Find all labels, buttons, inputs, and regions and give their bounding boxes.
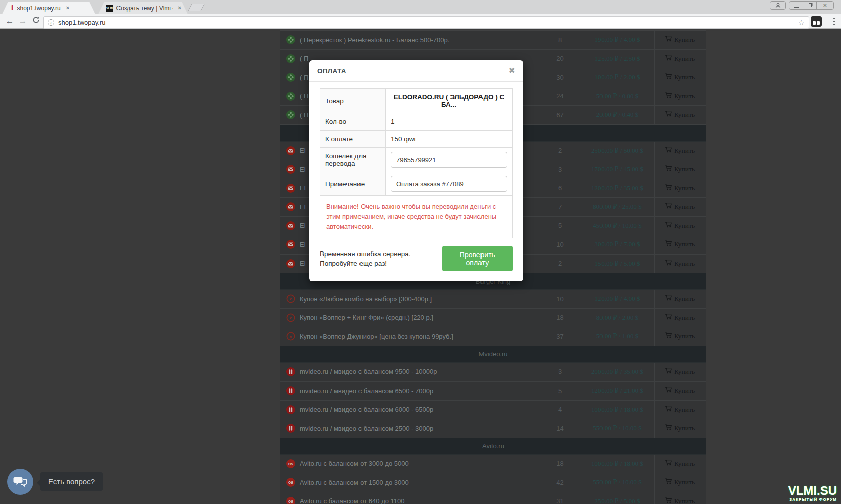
tab-close-icon[interactable]: ✕ — [177, 5, 183, 12]
product-quantity: 3 — [540, 160, 580, 179]
buy-button[interactable]: Купить — [655, 309, 705, 327]
cart-icon — [665, 147, 672, 155]
address-bar[interactable]: i shop1.twopay.ru ☆ — [43, 16, 809, 29]
tab-strip: 1 shop1.twopay.ru ✕ VLMI Создать тему | … — [0, 0, 841, 14]
product-quantity: 2 — [540, 255, 580, 273]
eldorado-favicon-icon — [286, 184, 295, 193]
buy-button[interactable]: Купить — [655, 106, 705, 124]
field-label: Примечание — [320, 172, 386, 196]
cart-icon — [665, 314, 672, 322]
buy-button[interactable]: Купить — [655, 473, 705, 492]
product-price: 2500.00 ₽ / 50.00 $ — [580, 142, 655, 160]
svg-text:os: os — [288, 480, 293, 485]
product-price: 1700.00 ₽ / 45.00 $ — [580, 160, 655, 179]
buy-button[interactable]: Купить — [655, 217, 705, 235]
buy-button[interactable]: Купить — [655, 142, 705, 160]
avito-favicon-icon: os — [286, 459, 295, 468]
field-row-product: Товар ELDORADO.RU ( ЭЛЬДОРАДО ) С БА... — [320, 89, 513, 113]
buy-button[interactable]: Купить — [655, 363, 705, 382]
browser-chrome: 1 shop1.twopay.ru ✕ VLMI Создать тему | … — [0, 0, 841, 29]
product-price: 1200.00 ₽ / 21.00 $ — [580, 382, 655, 400]
product-name: mvideo.ru / мвидео с балансом 9500 - 100… — [280, 363, 540, 382]
product-price: 100.00 ₽ / 2.00 $ — [580, 68, 655, 87]
tab-vlmi[interactable]: VLMI Создать тему | Vlmi - За ✕ — [98, 2, 188, 14]
product-name-value: ELDORADO.RU ( ЭЛЬДОРАДО ) С БА... — [386, 89, 513, 113]
cart-icon — [665, 36, 672, 44]
buy-button[interactable]: Купить — [655, 419, 705, 438]
buy-button[interactable]: Купить — [655, 290, 705, 308]
buy-button[interactable]: Купить — [655, 382, 705, 400]
check-payment-button[interactable]: Проверить оплату — [442, 246, 513, 271]
product-row: mvideo.ru / мвидео с балансом 9500 - 100… — [280, 363, 706, 382]
browser-menu-icon[interactable] — [833, 18, 835, 25]
buy-button[interactable]: Купить — [655, 327, 705, 346]
buy-button[interactable]: Купить — [655, 50, 705, 68]
product-quantity: 6 — [540, 179, 580, 198]
product-quantity: 2 — [540, 142, 580, 160]
tab-close-icon[interactable]: ✕ — [65, 5, 71, 12]
vlmi-watermark: VLMI.SU ЗАКРЫТЫЙ ФОРУМ — [788, 485, 837, 502]
chat-widget-button[interactable] — [7, 469, 33, 495]
product-quantity: 18 — [540, 309, 580, 327]
product-price: 190.00 ₽ / 4.00 $ — [580, 31, 655, 49]
minimize-button[interactable] — [789, 2, 803, 9]
tab-shop[interactable]: 1 shop1.twopay.ru ✕ — [2, 2, 95, 14]
url-text[interactable]: shop1.twopay.ru — [58, 19, 798, 26]
close-button[interactable]: ✕ — [816, 2, 833, 9]
field-label: Кошелек для перевода — [320, 148, 386, 172]
product-name: eКупон «Любое комбо на выбор» [300-400р.… — [280, 290, 540, 308]
section-header: Avito.ru — [280, 438, 706, 455]
cart-icon — [665, 184, 672, 192]
product-row: osAvito.ru с балансом от 640 до 11003125… — [280, 492, 706, 504]
product-name: ( Перекрёсток ) Perekrestok.ru - Баланс … — [280, 31, 540, 49]
field-row-note: Примечание — [320, 172, 513, 196]
field-row-quantity: Кол-во 1 — [320, 113, 513, 131]
profile-icon[interactable] — [770, 1, 786, 10]
bookmark-star-icon[interactable]: ☆ — [798, 18, 805, 27]
buy-button[interactable]: Купить — [655, 401, 705, 419]
buy-button[interactable]: Купить — [655, 255, 705, 273]
product-quantity: 10 — [540, 290, 580, 308]
product-row: mvideo.ru / мвидео с балансом 6000 - 650… — [280, 401, 706, 420]
cart-icon — [665, 295, 672, 303]
mvideo-favicon-icon — [286, 405, 295, 414]
buy-button[interactable]: Купить — [655, 235, 705, 254]
product-quantity: 31 — [540, 492, 580, 504]
chat-tooltip[interactable]: Есть вопрос? — [40, 472, 103, 491]
forward-icon[interactable]: → — [16, 16, 29, 26]
buy-button[interactable]: Купить — [655, 455, 705, 473]
product-row: ( Перекрёсток ) Perekrestok.ru - Баланс … — [280, 31, 706, 50]
product-row: mvideo.ru / мвидео с балансом 6500 - 700… — [280, 382, 706, 401]
burgerking-favicon-icon: e — [286, 332, 295, 341]
new-tab-button[interactable] — [188, 4, 205, 11]
restore-button[interactable] — [803, 2, 816, 9]
note-input[interactable] — [391, 176, 507, 192]
buy-button[interactable]: Купить — [655, 160, 705, 179]
eldorado-favicon-icon — [286, 259, 295, 268]
svg-text:e: e — [290, 297, 292, 302]
buy-button[interactable]: Купить — [655, 31, 705, 49]
product-price: 300.00 ₽ / 7.00 $ — [580, 235, 655, 254]
product-price: 50.00 ₽ / 0.80 $ — [580, 87, 655, 106]
product-name: osAvito.ru с балансом от 1500 до 3000 — [280, 473, 540, 492]
cart-icon — [665, 387, 672, 395]
product-quantity: 37 — [540, 327, 580, 346]
product-price: 1200.00 ₽ / 35.00 $ — [580, 179, 655, 198]
product-row: eКупон «Воппер + Кинг Фри» (средн.) [220… — [280, 309, 706, 328]
modal-close-icon[interactable]: ✖ — [509, 67, 515, 75]
product-row: mvideo.ru / мвидео с балансом 2500 - 300… — [280, 419, 706, 438]
extension-icon[interactable] — [811, 16, 822, 27]
buy-button[interactable]: Купить — [655, 179, 705, 198]
perekrestok-favicon-icon — [286, 35, 295, 44]
reload-icon[interactable] — [29, 16, 42, 26]
buy-button[interactable]: Купить — [655, 198, 705, 216]
buy-button[interactable]: Купить — [655, 492, 705, 504]
wallet-input[interactable] — [391, 152, 507, 168]
page-info-icon[interactable]: i — [48, 19, 54, 26]
buy-button[interactable]: Купить — [655, 87, 705, 106]
mvideo-favicon-icon — [286, 386, 295, 395]
product-price: 120.00 ₽ / 4.00 $ — [580, 290, 655, 308]
buy-button[interactable]: Купить — [655, 68, 705, 87]
back-icon[interactable]: ← — [3, 16, 16, 26]
product-row: eКупон «Любое комбо на выбор» [300-400р.… — [280, 290, 706, 309]
